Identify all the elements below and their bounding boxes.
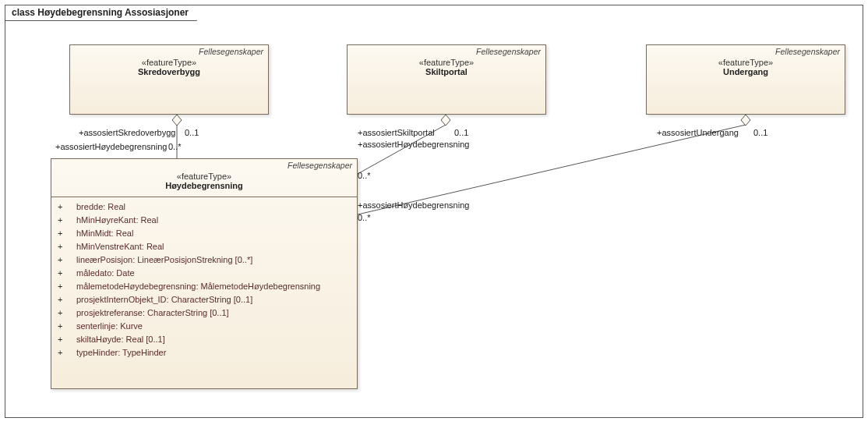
role-skiltportal: +assosiertSkiltportal [358,128,435,137]
stereotype: «featureType» [58,172,351,181]
attribute: +prosjektInternObjekt_ID: CharacterStrin… [58,293,351,306]
attribute: +hMinHøyreKant: Real [58,214,351,227]
diagram-frame: class Høydebegrensning Assosiasjoner Fel… [5,5,863,418]
mult-undergang: 0..1 [753,128,767,137]
class-hoydebegrensning[interactable]: Fellesegenskaper «featureType» Høydebegr… [51,158,358,389]
attribute: +målemetodeHøydebegrensning: MålemetodeH… [58,280,351,293]
class-name: Skredoverbygg [76,67,262,76]
attribute: +lineærPosisjon: LineærPosisjonStrekning… [58,253,351,267]
mult-skred-hb: 0..* [168,142,182,151]
stereotype-label: Fellesegenskaper [775,47,840,56]
frame-title-tab: class Høydebegrensning Assosiasjoner [5,5,197,21]
class-name: Skiltportal [354,67,539,76]
class-skiltportal[interactable]: Fellesegenskaper «featureType» Skiltport… [347,44,546,115]
mult-skiltportal: 0..1 [454,128,468,137]
mult-skilt-hb: 0..* [358,171,371,180]
attribute: +bredde: Real [58,200,351,214]
svg-marker-3 [441,115,450,126]
role-under-hb: +assosiertHøydebegrensning [358,200,469,210]
attribute: +prosjektreferanse: CharacterString [0..… [58,306,351,320]
mult-skredoverbygg: 0..1 [185,128,199,137]
frame-title: class Høydebegrensning Assosiasjoner [12,7,189,18]
attribute: +måledato: Date [58,267,351,280]
stereotype: «featureType» [76,58,262,67]
mult-under-hb: 0..* [358,213,371,222]
role-skredoverbygg: +assosiertSkredoverbygg [79,128,175,137]
class-name: Undergang [653,67,838,76]
class-undergang[interactable]: Fellesegenskaper «featureType» Undergang [646,44,845,115]
svg-marker-1 [172,115,182,126]
class-skredoverbygg[interactable]: Fellesegenskaper «featureType» Skredover… [69,44,269,115]
role-undergang: +assosiertUndergang [657,128,739,137]
stereotype: «featureType» [354,58,539,67]
attribute: +hMinMidt: Real [58,227,351,240]
attribute: +skiltaHøyde: Real [0..1] [58,333,351,346]
stereotype-label: Fellesegenskaper [288,161,352,170]
attribute: +typeHinder: TypeHinder [58,346,351,359]
attribute-list: +bredde: Real +hMinHøyreKant: Real +hMin… [51,197,357,366]
stereotype-label: Fellesegenskaper [199,47,263,56]
class-name: Høydebegrensning [58,181,351,190]
role-skilt-hb: +assosiertHøydebegrensning [358,140,469,149]
role-skred-hb: +assosiertHøydebegrensning [55,142,167,151]
attribute: +senterlinje: Kurve [58,320,351,333]
attribute: +hMinVenstreKant: Real [58,240,351,253]
stereotype-label: Fellesegenskaper [476,47,541,56]
svg-marker-5 [741,115,750,126]
stereotype: «featureType» [653,58,838,67]
